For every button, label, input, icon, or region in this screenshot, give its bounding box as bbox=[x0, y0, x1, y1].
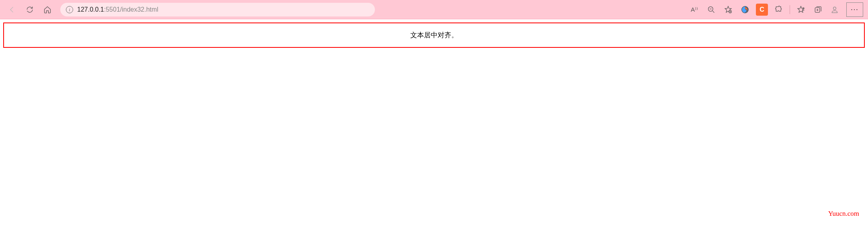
page-viewport: 文本居中对齐。 bbox=[0, 19, 868, 51]
extension-swirl-button[interactable] bbox=[737, 2, 753, 17]
svg-point-4 bbox=[833, 7, 836, 10]
toolbar-right: A⁾⁾ C ··· bbox=[687, 2, 863, 17]
avatar-icon bbox=[831, 6, 839, 14]
address-bar[interactable]: i 127.0.0.1:5501/index32.html bbox=[60, 3, 375, 16]
home-icon bbox=[43, 6, 51, 14]
collections-icon bbox=[814, 6, 822, 14]
star-add-icon bbox=[724, 6, 732, 14]
site-info-icon[interactable]: i bbox=[66, 6, 73, 13]
star-lines-icon bbox=[797, 6, 805, 14]
refresh-button[interactable] bbox=[23, 2, 37, 17]
arrow-left-icon bbox=[8, 6, 16, 14]
extensions-button[interactable] bbox=[771, 2, 786, 17]
favorite-button[interactable] bbox=[721, 2, 736, 17]
extension-c-button[interactable]: C bbox=[754, 2, 770, 17]
more-button[interactable]: ··· bbox=[846, 2, 863, 17]
back-button[interactable] bbox=[5, 2, 19, 17]
home-button[interactable] bbox=[40, 2, 55, 17]
centered-text-box: 文本居中对齐。 bbox=[3, 22, 865, 48]
zoom-out-icon bbox=[707, 6, 715, 14]
centered-text: 文本居中对齐。 bbox=[410, 31, 458, 39]
watermark: Yuucn.com bbox=[828, 210, 859, 218]
collections-button[interactable] bbox=[810, 2, 825, 17]
browser-toolbar: i 127.0.0.1:5501/index32.html A⁾⁾ C bbox=[0, 0, 868, 19]
url-host: 127.0.0.1 bbox=[77, 6, 104, 13]
zoom-out-button[interactable] bbox=[704, 2, 719, 17]
url-text: 127.0.0.1:5501/index32.html bbox=[77, 6, 369, 13]
swirl-icon bbox=[741, 6, 749, 14]
c-badge-icon: C bbox=[756, 4, 768, 16]
puzzle-icon bbox=[775, 6, 783, 14]
toolbar-divider bbox=[790, 5, 790, 14]
url-path: :5501/index32.html bbox=[104, 6, 158, 13]
more-icon: ··· bbox=[851, 6, 858, 13]
read-aloud-button[interactable]: A⁾⁾ bbox=[687, 2, 702, 17]
favorites-list-button[interactable] bbox=[793, 2, 809, 17]
refresh-icon bbox=[26, 6, 34, 14]
profile-button[interactable] bbox=[827, 2, 842, 17]
